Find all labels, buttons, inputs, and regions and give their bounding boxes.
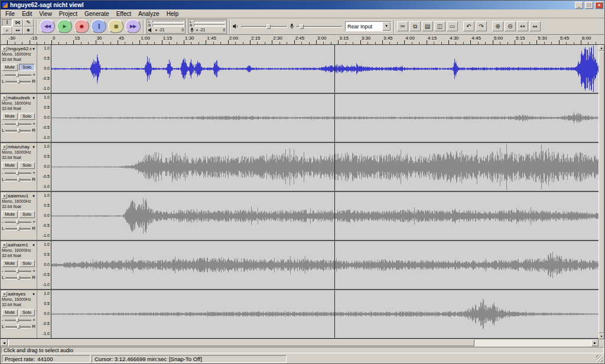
track-control-panel[interactable]: × mabudeeb ▼ Mono, 16000Hz 32-bit float … — [1, 94, 37, 142]
dropdown-arrow-icon[interactable]: ▼ — [382, 22, 391, 31]
title-bar[interactable]: hnguye62-sagt nicht viewl _ □ × — [1, 1, 604, 9]
speaker-icon[interactable] — [148, 28, 154, 32]
track-control-panel[interactable]: × aalhazm1 ▼ Mono, 16000Hz 32-bit float … — [1, 241, 37, 289]
menu-analyze[interactable]: Analyze — [135, 10, 163, 18]
waveform-display[interactable] — [51, 290, 599, 338]
waveform-canvas[interactable] — [51, 143, 599, 191]
solo-button[interactable]: Solo — [19, 64, 35, 71]
stop-button[interactable]: ■ — [108, 20, 123, 33]
waveform-display[interactable] — [51, 192, 599, 240]
waveform-display[interactable] — [51, 241, 599, 289]
fit-selection-button[interactable]: ↔ — [517, 21, 528, 31]
menu-view[interactable]: View — [35, 10, 56, 18]
track-menu-arrow-icon[interactable]: ▼ — [32, 243, 35, 247]
track-close-button[interactable]: × — [2, 291, 7, 297]
zoom-tool[interactable]: ⌕ — [2, 27, 12, 34]
redo-button[interactable]: ↷ — [476, 21, 487, 31]
vertical-ruler[interactable]: 1.00.50.0-0.5-1.0 — [37, 45, 51, 93]
gain-thumb[interactable] — [16, 269, 19, 273]
track-close-button[interactable]: × — [2, 242, 7, 248]
menu-help[interactable]: Help — [163, 10, 183, 18]
meter-dropdown-icon[interactable]: ▼ — [155, 28, 158, 32]
menu-project[interactable]: Project — [56, 10, 81, 18]
vertical-ruler[interactable]: 1.00.50.0-0.5-1.0 — [37, 241, 51, 289]
solo-button[interactable]: Solo — [19, 113, 35, 120]
waveform-canvas[interactable] — [51, 45, 599, 93]
menu-generate[interactable]: Generate — [81, 10, 113, 18]
multi-tool[interactable]: ∗ — [23, 27, 34, 34]
gain-thumb[interactable] — [16, 220, 19, 224]
fit-project-button[interactable]: ⇔ — [529, 21, 541, 31]
timeline-ruler[interactable]: -30-1501530451:001:151:301:452:002:152:3… — [1, 35, 604, 45]
minimize-button[interactable]: _ — [575, 2, 583, 9]
paste-button[interactable]: ▤ — [422, 21, 433, 31]
scroll-up-button[interactable]: ▲ — [599, 45, 604, 51]
vertical-ruler[interactable]: 1.00.50.0-0.5-1.0 — [37, 94, 51, 142]
maximize-button[interactable]: □ — [585, 2, 593, 9]
pause-button[interactable]: ‖ — [91, 20, 106, 33]
mute-button[interactable]: Mute — [2, 260, 18, 267]
track-title[interactable]: aalamou1 — [8, 193, 31, 199]
gain-slider[interactable]: - + — [2, 219, 35, 225]
pan-slider[interactable]: L R — [2, 225, 35, 232]
waveform-display[interactable] — [51, 143, 599, 191]
waveform-canvas[interactable] — [51, 290, 599, 338]
zoom-out-button[interactable]: ⊖ — [505, 21, 516, 31]
pan-thumb[interactable] — [17, 177, 20, 181]
resize-grip[interactable] — [596, 355, 603, 362]
mute-button[interactable]: Mute — [2, 211, 18, 218]
gain-thumb[interactable] — [16, 171, 19, 175]
solo-button[interactable]: Solo — [19, 309, 35, 316]
track-title[interactable]: aalrayes — [8, 291, 31, 297]
track-control-panel[interactable]: × hnguye62-s ▼ Mono, 16000Hz 32-bit floa… — [1, 45, 37, 93]
timeshift-tool[interactable]: ↔ — [12, 27, 23, 34]
waveform-display[interactable] — [51, 45, 599, 93]
track-menu-arrow-icon[interactable]: ▼ — [32, 292, 35, 296]
cut-button[interactable]: ✂ — [397, 21, 408, 31]
menu-edit[interactable]: Edit — [18, 10, 35, 18]
mute-button[interactable]: Mute — [2, 162, 18, 169]
trim-button[interactable]: ◫ — [434, 21, 445, 31]
envelope-tool[interactable]: ⋈ — [12, 19, 23, 27]
gain-slider[interactable]: - + — [2, 268, 35, 274]
gain-thumb[interactable] — [16, 318, 19, 322]
pan-slider[interactable]: L R — [2, 176, 35, 183]
mute-button[interactable]: Mute — [2, 64, 18, 71]
track-control-panel[interactable]: × mbazuhay ▼ Mono, 16000Hz 32-bit float … — [1, 143, 37, 191]
close-button[interactable]: × — [595, 2, 603, 9]
pan-slider[interactable]: L R — [2, 274, 35, 281]
selection-tool[interactable]: I — [2, 19, 12, 27]
vertical-ruler[interactable]: 1.00.50.0-0.5-1.0 — [37, 143, 51, 191]
pan-thumb[interactable] — [17, 226, 20, 230]
track-close-button[interactable]: × — [2, 193, 7, 199]
gain-slider[interactable]: - + — [2, 121, 35, 127]
track-menu-arrow-icon[interactable]: ▼ — [32, 47, 35, 51]
scroll-right-button[interactable]: ▶ — [591, 339, 599, 346]
menu-file[interactable]: File — [2, 10, 18, 18]
solo-button[interactable]: Solo — [19, 260, 35, 267]
pan-thumb[interactable] — [17, 79, 20, 83]
track-close-button[interactable]: × — [2, 95, 7, 100]
output-meter[interactable]: L R ▼ -21 0 — [147, 19, 186, 34]
track-menu-arrow-icon[interactable]: ▼ — [32, 194, 35, 198]
mute-button[interactable]: Mute — [2, 309, 18, 316]
silence-button[interactable]: ▭ — [447, 21, 458, 31]
skip-to-start-button[interactable]: ◀◀ — [40, 20, 55, 33]
horizontal-scrollbar[interactable]: ◀ ▶ — [1, 339, 599, 346]
vertical-ruler[interactable]: 1.00.50.0-0.5-1.0 — [37, 192, 51, 240]
zoom-in-button[interactable]: ⊕ — [492, 21, 503, 31]
copy-button[interactable]: ⧉ — [409, 21, 421, 31]
solo-button[interactable]: Solo — [19, 162, 35, 169]
vertical-scroll-thumb[interactable] — [599, 51, 604, 333]
track-control-panel[interactable]: × aalamou1 ▼ Mono, 16000Hz 32-bit float … — [1, 192, 37, 240]
gain-thumb[interactable] — [16, 122, 19, 126]
track-title[interactable]: mbazuhay — [8, 144, 31, 150]
waveform-canvas[interactable] — [51, 94, 599, 142]
microphone-icon[interactable] — [190, 28, 194, 32]
track-menu-arrow-icon[interactable]: ▼ — [32, 96, 35, 100]
scroll-down-button[interactable]: ▼ — [599, 333, 604, 339]
menu-effect[interactable]: Effect — [113, 10, 135, 18]
vertical-ruler[interactable]: 1.00.50.0-0.5-1.0 — [37, 290, 51, 338]
record-button[interactable]: ● — [74, 20, 89, 33]
input-meter[interactable]: L R ▼ -21 0 — [188, 19, 227, 34]
